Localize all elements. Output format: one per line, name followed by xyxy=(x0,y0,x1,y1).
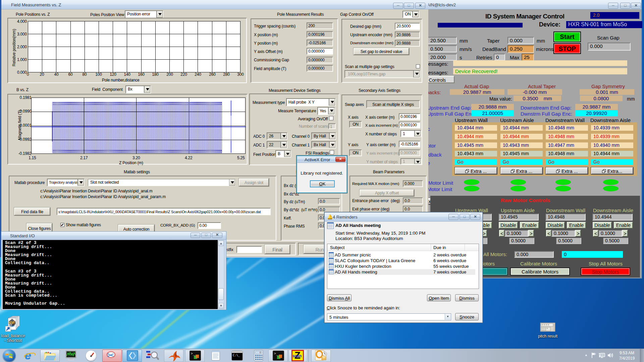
svg-text:cvi: cvi xyxy=(9,320,15,325)
svg-text:0: 0 xyxy=(260,351,261,354)
svg-text:>_: >_ xyxy=(274,352,278,356)
svg-text:C:\_: C:\_ xyxy=(233,354,240,357)
svg-text:>_: >_ xyxy=(191,352,195,356)
